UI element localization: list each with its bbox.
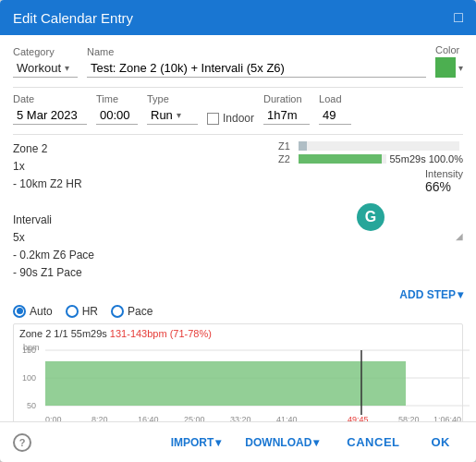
- time-label: Time: [96, 93, 138, 104]
- svg-text:150: 150: [22, 346, 36, 355]
- intensity-label: Intensity: [425, 168, 463, 179]
- category-group: Category Workout ▾: [13, 46, 78, 78]
- date-input[interactable]: 5 Mar 2023: [13, 106, 87, 125]
- row-datetime: Date 5 Mar 2023 Time 00:00 Type Run ▾ In…: [13, 93, 463, 125]
- dialog-footer: ? IMPORT ▾ DOWNLOAD ▾ CANCEL OK: [0, 421, 476, 462]
- category-label: Category: [13, 46, 78, 57]
- dialog-header: Edit Calendar Entry □: [0, 0, 476, 35]
- radio-hr-circle: [66, 305, 79, 318]
- indoor-checkbox-label[interactable]: Indoor: [207, 112, 254, 125]
- zone-z2-row: Z2 55m29s 100.0%: [278, 153, 463, 164]
- name-input[interactable]: Test: Zone 2 (10k) + Intervali (5x Z6): [87, 59, 426, 78]
- intensity-row: Intensity 66%: [278, 168, 463, 194]
- import-button[interactable]: IMPORT ▾: [162, 431, 231, 455]
- svg-text:16:40: 16:40: [138, 415, 159, 422]
- z2-label: Z2: [278, 153, 295, 164]
- resize-handle[interactable]: ◢: [278, 231, 463, 241]
- download-arrow-icon: ▾: [313, 436, 319, 449]
- time-input[interactable]: 00:00: [96, 106, 138, 125]
- indoor-group: Indoor: [207, 110, 254, 125]
- import-arrow-icon: ▾: [215, 436, 221, 449]
- svg-text:0:00: 0:00: [45, 415, 62, 422]
- color-label: Color: [435, 44, 463, 55]
- radio-pace[interactable]: Pace: [111, 305, 153, 318]
- radio-auto-circle: [13, 305, 26, 318]
- svg-text:41:40: 41:40: [276, 415, 298, 422]
- radio-pace-circle: [111, 305, 124, 318]
- svg-text:1:06:40: 1:06:40: [433, 415, 461, 422]
- download-button[interactable]: DOWNLOAD ▾: [236, 431, 328, 455]
- main-content: Zone 2 1x - 10km Z2 HR Intervali 5x - 0.…: [13, 140, 463, 283]
- dialog-body: Category Workout ▾ Name Test: Zone 2 (10…: [0, 35, 476, 421]
- radio-auto[interactable]: Auto: [13, 305, 53, 318]
- intensity-value: 66%: [425, 179, 463, 194]
- chart-bpm-range: 131-143bpm (71-78%): [110, 328, 212, 339]
- svg-text:25:00: 25:00: [184, 415, 205, 422]
- category-select[interactable]: Workout ▾: [13, 59, 78, 78]
- type-group: Type Run ▾: [147, 93, 198, 125]
- color-dropdown-arrow: ▾: [458, 63, 463, 73]
- close-icon[interactable]: □: [454, 9, 463, 26]
- ok-button[interactable]: OK: [419, 430, 464, 455]
- z1-bar: [299, 141, 307, 151]
- z2-stats: 55m29s 100.0%: [390, 153, 464, 164]
- load-label: Load: [319, 93, 351, 104]
- color-swatch[interactable]: [435, 57, 456, 78]
- svg-rect-7: [45, 361, 406, 406]
- cancel-button[interactable]: CANCEL: [334, 430, 412, 455]
- type-select[interactable]: Run ▾: [147, 106, 198, 125]
- date-label: Date: [13, 93, 87, 104]
- svg-text:49:45: 49:45: [348, 415, 369, 422]
- svg-text:50: 50: [27, 401, 36, 410]
- add-step-arrow-icon: ▾: [458, 288, 463, 301]
- date-group: Date 5 Mar 2023: [13, 93, 87, 125]
- edit-calendar-dialog: Edit Calendar Entry □ Category Workout ▾…: [0, 0, 476, 462]
- duration-group: Duration 1h7m: [263, 93, 310, 125]
- name-label: Name: [87, 46, 426, 57]
- radio-group: Auto HR Pace: [13, 305, 463, 318]
- workout-chart: bpm 150 100 50 0:00 8:20 16:40 25:00 33:…: [19, 341, 470, 422]
- time-group: Time 00:00: [96, 93, 138, 125]
- workout-text-panel: Zone 2 1x - 10km Z2 HR Intervali 5x - 0.…: [13, 140, 271, 283]
- zones-panel: Z1 Z2 55m29s 100.0%: [278, 140, 463, 283]
- zone-z1-row: Z1: [278, 140, 463, 152]
- row-category-name-color: Category Workout ▾ Name Test: Zone 2 (10…: [13, 44, 463, 78]
- svg-text:33:20: 33:20: [230, 415, 251, 422]
- z2-bar-container: [299, 154, 386, 164]
- chart-header: Zone 2 1/1 55m29s 131-143bpm (71-78%): [19, 328, 457, 339]
- load-input[interactable]: 49: [319, 106, 351, 125]
- z2-bar: [299, 154, 382, 164]
- g-icon[interactable]: G: [357, 203, 384, 231]
- intensity-group: Intensity 66%: [425, 168, 463, 194]
- dialog-title: Edit Calendar Entry: [13, 10, 133, 26]
- svg-text:8:20: 8:20: [92, 415, 108, 422]
- load-group: Load 49: [319, 93, 351, 125]
- svg-text:100: 100: [22, 373, 36, 383]
- footer-right: IMPORT ▾ DOWNLOAD ▾ CANCEL OK: [162, 430, 463, 455]
- indoor-checkbox[interactable]: [207, 113, 219, 125]
- divider-2: [13, 134, 463, 135]
- g-icon-container: G: [278, 203, 463, 231]
- type-dropdown-arrow: ▾: [177, 110, 181, 120]
- z1-label: Z1: [278, 140, 295, 152]
- divider-1: [13, 87, 463, 88]
- type-label: Type: [147, 93, 198, 104]
- category-dropdown-arrow: ▾: [65, 63, 69, 73]
- zone-bars: Z1 Z2 55m29s 100.0%: [278, 140, 463, 164]
- name-group: Name Test: Zone 2 (10k) + Intervali (5x …: [87, 46, 426, 78]
- z1-bar-container: [299, 141, 459, 151]
- svg-text:58:20: 58:20: [398, 415, 420, 422]
- duration-input[interactable]: 1h7m: [263, 106, 310, 125]
- color-group: Color ▾: [435, 44, 463, 78]
- chart-area: Zone 2 1/1 55m29s 131-143bpm (71-78%) bp…: [13, 323, 463, 422]
- radio-hr[interactable]: HR: [66, 305, 98, 318]
- workout-text: Zone 2 1x - 10km Z2 HR Intervali 5x - 0.…: [13, 140, 271, 283]
- duration-label: Duration: [263, 93, 310, 104]
- help-icon[interactable]: ?: [13, 433, 31, 452]
- footer-left: ?: [13, 433, 31, 452]
- add-step-row: ADD STEP ▾: [13, 288, 463, 301]
- add-step-button[interactable]: ADD STEP ▾: [399, 288, 463, 301]
